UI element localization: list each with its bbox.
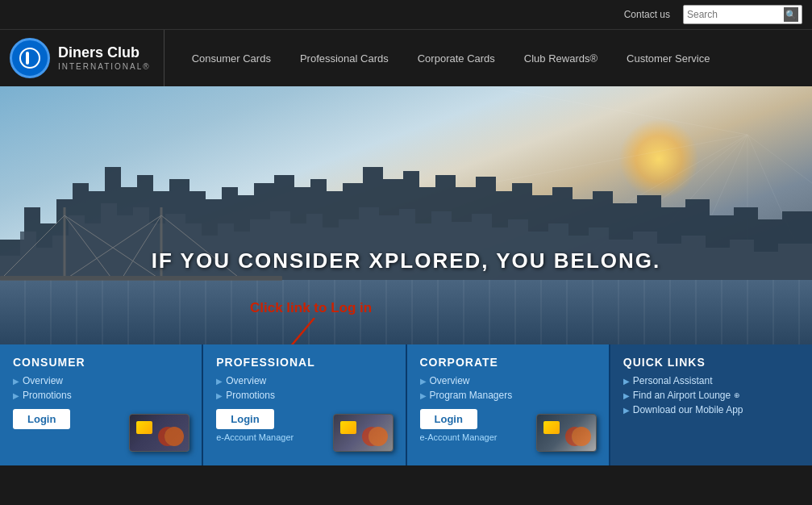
corporate-title: CORPORATE — [420, 356, 596, 369]
corporate-login-button[interactable]: Login — [420, 409, 477, 429]
consumer-login-button[interactable]: Login — [13, 409, 70, 429]
annotation-arrow — [266, 318, 363, 344]
corporate-overview-label: Overview — [430, 375, 470, 386]
external-link-icon: ⊕ — [734, 391, 740, 399]
logo-area: Diners Club INTERNATIONAL® — [10, 30, 164, 86]
contact-us-link[interactable]: Contact us — [624, 9, 670, 20]
professional-section: PROFESSIONAL ▶ Overview ▶ Promotions Log… — [203, 344, 406, 465]
arrow-icon-9: ▶ — [623, 406, 630, 415]
top-bar: Contact us 🔍 — [0, 0, 812, 29]
annotation-container: Click link to Log in — [250, 300, 372, 316]
consumer-title: CONSUMER — [13, 356, 189, 369]
professional-login-button[interactable]: Login — [216, 409, 273, 429]
corporate-program-managers-link[interactable]: ▶ Program Managers — [420, 390, 596, 401]
annotation-text: Click link to Log in — [250, 300, 372, 315]
svg-line-9 — [489, 86, 747, 135]
nav-corporate-cards[interactable]: Corporate Cards — [403, 36, 510, 81]
corporate-card-image — [536, 414, 601, 454]
professional-promotions-link[interactable]: ▶ Promotions — [216, 390, 392, 401]
consumer-promotions-label: Promotions — [23, 390, 72, 401]
professional-credit-card — [333, 414, 394, 452]
corporate-program-managers-label: Program Managers — [430, 390, 513, 401]
quick-links-title: QUICK LINKS — [623, 356, 799, 369]
arrow-icon-3: ▶ — [216, 377, 223, 386]
arrow-icon-4: ▶ — [216, 391, 223, 400]
corporate-credit-card — [536, 414, 597, 452]
arrow-icon-7: ▶ — [623, 377, 630, 386]
hero-text-area: IF YOU CONSIDER XPLORED, YOU BELONG. — [0, 248, 812, 273]
svg-line-23 — [274, 318, 314, 344]
professional-promotions-label: Promotions — [226, 390, 275, 401]
nav-links: Consumer Cards Professional Cards Corpor… — [177, 36, 802, 81]
bottom-section: CONSUMER ▶ Overview ▶ Promotions Login P… — [0, 344, 812, 465]
professional-overview-link[interactable]: ▶ Overview — [216, 375, 392, 386]
hero-text-right: XPLORED, YOU BELONG. — [369, 248, 661, 273]
svg-point-0 — [20, 48, 40, 68]
arrow-icon-2: ▶ — [13, 391, 19, 400]
search-button[interactable]: 🔍 — [784, 7, 798, 22]
nav-customer-service[interactable]: Customer Service — [612, 36, 724, 81]
consumer-card-image — [129, 414, 194, 454]
arrow-icon-5: ▶ — [420, 377, 427, 386]
consumer-promotions-link[interactable]: ▶ Promotions — [13, 390, 189, 401]
personal-assistant-label: Personal Assistant — [633, 375, 713, 386]
hero-text-left: IF YOU CONSIDER — [152, 248, 369, 273]
logo-text: Diners Club INTERNATIONAL® — [58, 44, 151, 72]
brand-name: Diners Club — [58, 44, 151, 62]
mobile-app-label: Download our Mobile App — [633, 404, 743, 415]
personal-assistant-link[interactable]: ▶ Personal Assistant — [623, 375, 799, 386]
arrow-icon-6: ▶ — [420, 391, 427, 400]
professional-title: PROFESSIONAL — [216, 356, 392, 369]
consumer-credit-card — [129, 414, 189, 452]
consumer-overview-label: Overview — [23, 375, 63, 386]
quick-links-section: QUICK LINKS ▶ Personal Assistant ▶ Find … — [610, 344, 812, 465]
brand-sub: INTERNATIONAL® — [58, 62, 151, 72]
corporate-overview-link[interactable]: ▶ Overview — [420, 375, 596, 386]
consumer-overview-link[interactable]: ▶ Overview — [13, 375, 189, 386]
svg-rect-21 — [0, 276, 282, 281]
svg-rect-1 — [26, 52, 29, 65]
airport-lounge-link[interactable]: ▶ Find an Airport Lounge ⊕ — [623, 390, 799, 401]
professional-card-image — [333, 414, 398, 454]
airport-lounge-label: Find an Airport Lounge — [633, 390, 731, 401]
search-input[interactable] — [687, 9, 784, 20]
corporate-section: CORPORATE ▶ Overview ▶ Program Managers … — [407, 344, 610, 465]
logo-icon — [10, 38, 50, 78]
search-box: 🔍 — [683, 5, 802, 24]
nav-professional-cards[interactable]: Professional Cards — [285, 36, 403, 81]
arrow-icon-8: ▶ — [623, 391, 630, 400]
consumer-section: CONSUMER ▶ Overview ▶ Promotions Login — [0, 344, 203, 465]
hero-section: IF YOU CONSIDER XPLORED, YOU BELONG. Cli… — [0, 86, 812, 344]
main-nav: Diners Club INTERNATIONAL® Consumer Card… — [0, 29, 812, 86]
arrow-icon: ▶ — [13, 377, 19, 386]
nav-consumer-cards[interactable]: Consumer Cards — [177, 36, 285, 81]
bridge-svg — [0, 199, 812, 296]
nav-club-rewards[interactable]: Club Rewards® — [510, 36, 612, 81]
mobile-app-link[interactable]: ▶ Download our Mobile App — [623, 404, 799, 415]
professional-overview-label: Overview — [226, 375, 266, 386]
